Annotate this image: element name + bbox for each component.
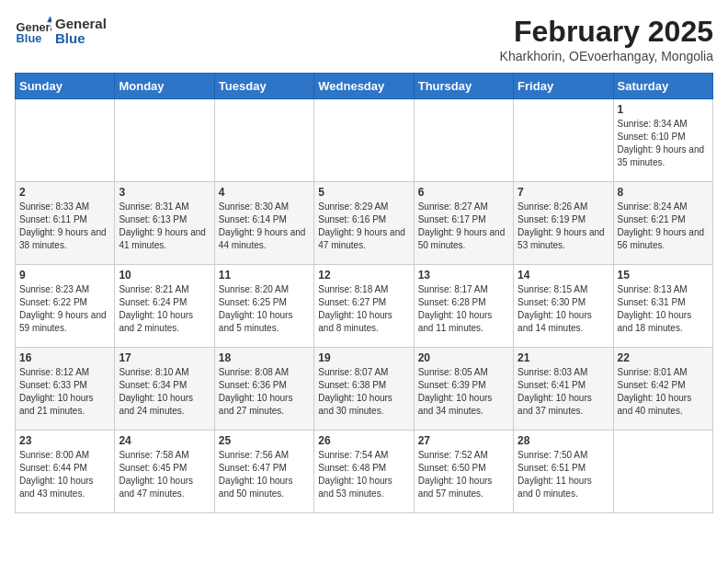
- day-number: 19: [318, 351, 409, 364]
- calendar-day-cell: 24Sunrise: 7:58 AM Sunset: 6:45 PM Dayli…: [115, 431, 214, 513]
- location-subtitle: Kharkhorin, OEvoerhangay, Mongolia: [500, 49, 713, 63]
- month-year-title: February 2025: [500, 15, 713, 49]
- calendar-day-cell: 8Sunrise: 8:24 AM Sunset: 6:21 PM Daylig…: [613, 182, 712, 265]
- calendar-week-row: 2Sunrise: 8:33 AM Sunset: 6:11 PM Daylig…: [16, 182, 713, 265]
- day-info: Sunrise: 7:58 AM Sunset: 6:45 PM Dayligh…: [119, 449, 210, 500]
- day-info: Sunrise: 8:03 AM Sunset: 6:41 PM Dayligh…: [518, 366, 609, 418]
- day-info: Sunrise: 8:15 AM Sunset: 6:30 PM Dayligh…: [518, 283, 609, 335]
- day-number: 5: [318, 186, 409, 199]
- day-number: 18: [219, 351, 310, 364]
- day-number: 26: [318, 434, 409, 447]
- calendar-day-cell: 19Sunrise: 8:07 AM Sunset: 6:38 PM Dayli…: [314, 348, 414, 431]
- calendar-table: SundayMondayTuesdayWednesdayThursdayFrid…: [15, 73, 713, 513]
- calendar-day-cell: 6Sunrise: 8:27 AM Sunset: 6:17 PM Daylig…: [414, 182, 513, 265]
- day-info: Sunrise: 8:23 AM Sunset: 6:22 PM Dayligh…: [19, 283, 110, 335]
- day-info: Sunrise: 7:56 AM Sunset: 6:47 PM Dayligh…: [219, 449, 310, 500]
- page-header: General Blue General Blue February 2025 …: [15, 15, 713, 63]
- weekday-header: Saturday: [613, 74, 712, 99]
- day-info: Sunrise: 7:54 AM Sunset: 6:48 PM Dayligh…: [318, 449, 409, 500]
- weekday-header: Monday: [115, 74, 214, 99]
- calendar-week-row: 23Sunrise: 8:00 AM Sunset: 6:44 PM Dayli…: [16, 431, 713, 513]
- day-info: Sunrise: 8:31 AM Sunset: 6:13 PM Dayligh…: [119, 201, 210, 252]
- weekday-header: Sunday: [16, 74, 115, 99]
- day-number: 22: [618, 351, 709, 364]
- calendar-day-cell: 23Sunrise: 8:00 AM Sunset: 6:44 PM Dayli…: [16, 431, 115, 513]
- day-number: 13: [418, 269, 509, 282]
- logo-text: General Blue: [55, 17, 107, 47]
- day-info: Sunrise: 7:52 AM Sunset: 6:50 PM Dayligh…: [418, 449, 509, 500]
- day-number: 16: [19, 351, 110, 364]
- calendar-day-cell: [214, 99, 313, 182]
- calendar-day-cell: 26Sunrise: 7:54 AM Sunset: 6:48 PM Dayli…: [314, 431, 414, 513]
- calendar-day-cell: [115, 99, 214, 182]
- calendar-day-cell: 11Sunrise: 8:20 AM Sunset: 6:25 PM Dayli…: [214, 265, 313, 348]
- day-number: 4: [219, 186, 310, 199]
- calendar-day-cell: 13Sunrise: 8:17 AM Sunset: 6:28 PM Dayli…: [414, 265, 513, 348]
- day-number: 12: [318, 269, 409, 282]
- day-number: 8: [618, 186, 709, 199]
- day-info: Sunrise: 8:10 AM Sunset: 6:34 PM Dayligh…: [119, 366, 210, 418]
- svg-text:Blue: Blue: [17, 31, 42, 45]
- day-info: Sunrise: 8:00 AM Sunset: 6:44 PM Dayligh…: [19, 449, 110, 500]
- calendar-day-cell: 2Sunrise: 8:33 AM Sunset: 6:11 PM Daylig…: [16, 182, 115, 265]
- calendar-day-cell: 5Sunrise: 8:29 AM Sunset: 6:16 PM Daylig…: [314, 182, 414, 265]
- calendar-day-cell: [514, 99, 613, 182]
- calendar-day-cell: 18Sunrise: 8:08 AM Sunset: 6:36 PM Dayli…: [214, 348, 313, 431]
- calendar-week-row: 9Sunrise: 8:23 AM Sunset: 6:22 PM Daylig…: [16, 265, 713, 348]
- day-number: 28: [518, 434, 609, 447]
- day-info: Sunrise: 7:50 AM Sunset: 6:51 PM Dayligh…: [518, 449, 609, 500]
- calendar-day-cell: [414, 99, 513, 182]
- day-number: 14: [518, 269, 609, 282]
- weekday-header: Wednesday: [314, 74, 414, 99]
- calendar-day-cell: 17Sunrise: 8:10 AM Sunset: 6:34 PM Dayli…: [115, 348, 214, 431]
- day-number: 20: [418, 351, 509, 364]
- svg-marker-2: [47, 17, 51, 22]
- calendar-day-cell: 3Sunrise: 8:31 AM Sunset: 6:13 PM Daylig…: [115, 182, 214, 265]
- calendar-day-cell: [16, 99, 115, 182]
- weekday-header: Friday: [514, 74, 613, 99]
- calendar-day-cell: [314, 99, 414, 182]
- calendar-day-cell: 20Sunrise: 8:05 AM Sunset: 6:39 PM Dayli…: [414, 348, 513, 431]
- day-info: Sunrise: 8:33 AM Sunset: 6:11 PM Dayligh…: [19, 201, 110, 252]
- day-number: 15: [618, 269, 709, 282]
- calendar-day-cell: 10Sunrise: 8:21 AM Sunset: 6:24 PM Dayli…: [115, 265, 214, 348]
- day-info: Sunrise: 8:18 AM Sunset: 6:27 PM Dayligh…: [318, 283, 409, 335]
- calendar-day-cell: 4Sunrise: 8:30 AM Sunset: 6:14 PM Daylig…: [214, 182, 313, 265]
- day-number: 24: [119, 434, 210, 447]
- day-info: Sunrise: 8:26 AM Sunset: 6:19 PM Dayligh…: [518, 201, 609, 252]
- day-number: 11: [219, 269, 310, 282]
- day-number: 23: [19, 434, 110, 447]
- calendar-day-cell: 28Sunrise: 7:50 AM Sunset: 6:51 PM Dayli…: [514, 431, 613, 513]
- day-number: 25: [219, 434, 310, 447]
- weekday-header: Tuesday: [214, 74, 313, 99]
- calendar-day-cell: 9Sunrise: 8:23 AM Sunset: 6:22 PM Daylig…: [16, 265, 115, 348]
- day-info: Sunrise: 8:21 AM Sunset: 6:24 PM Dayligh…: [119, 283, 210, 335]
- title-block: February 2025 Kharkhorin, OEvoerhangay, …: [500, 15, 713, 63]
- calendar-day-cell: 21Sunrise: 8:03 AM Sunset: 6:41 PM Dayli…: [514, 348, 613, 431]
- logo-blue: Blue: [55, 31, 107, 47]
- day-info: Sunrise: 8:13 AM Sunset: 6:31 PM Dayligh…: [618, 283, 709, 335]
- calendar-day-cell: 7Sunrise: 8:26 AM Sunset: 6:19 PM Daylig…: [514, 182, 613, 265]
- calendar-day-cell: [613, 431, 712, 513]
- day-number: 7: [518, 186, 609, 199]
- calendar-day-cell: 25Sunrise: 7:56 AM Sunset: 6:47 PM Dayli…: [214, 431, 313, 513]
- day-number: 10: [119, 269, 210, 282]
- day-info: Sunrise: 8:01 AM Sunset: 6:42 PM Dayligh…: [618, 366, 709, 418]
- day-number: 21: [518, 351, 609, 364]
- calendar-header-row: SundayMondayTuesdayWednesdayThursdayFrid…: [16, 74, 713, 99]
- day-number: 17: [119, 351, 210, 364]
- calendar-day-cell: 14Sunrise: 8:15 AM Sunset: 6:30 PM Dayli…: [514, 265, 613, 348]
- day-number: 9: [19, 269, 110, 282]
- day-info: Sunrise: 8:30 AM Sunset: 6:14 PM Dayligh…: [219, 201, 310, 252]
- day-info: Sunrise: 8:17 AM Sunset: 6:28 PM Dayligh…: [418, 283, 509, 335]
- calendar-day-cell: 12Sunrise: 8:18 AM Sunset: 6:27 PM Dayli…: [314, 265, 414, 348]
- calendar-day-cell: 22Sunrise: 8:01 AM Sunset: 6:42 PM Dayli…: [613, 348, 712, 431]
- day-number: 1: [618, 103, 709, 116]
- calendar-day-cell: 27Sunrise: 7:52 AM Sunset: 6:50 PM Dayli…: [414, 431, 513, 513]
- day-info: Sunrise: 8:12 AM Sunset: 6:33 PM Dayligh…: [19, 366, 110, 418]
- day-info: Sunrise: 8:05 AM Sunset: 6:39 PM Dayligh…: [418, 366, 509, 418]
- day-info: Sunrise: 8:24 AM Sunset: 6:21 PM Dayligh…: [618, 201, 709, 252]
- day-info: Sunrise: 8:07 AM Sunset: 6:38 PM Dayligh…: [318, 366, 409, 418]
- day-info: Sunrise: 8:27 AM Sunset: 6:17 PM Dayligh…: [418, 201, 509, 252]
- day-number: 6: [418, 186, 509, 199]
